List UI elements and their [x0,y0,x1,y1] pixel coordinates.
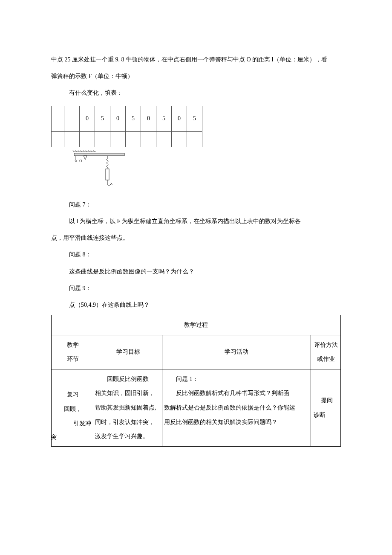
row1-col4: 提问 诊断 [311,369,341,446]
col3-title: 问题 1： [164,372,309,386]
cell: 0 [141,106,156,131]
cell: 0 [172,106,187,131]
header-col1-l2: 环节 [52,352,93,366]
cell [156,131,172,147]
cell: 0 [80,106,95,131]
question-7-title: 问题 7： [51,196,341,213]
cell: 5 [126,106,141,131]
col3-a: 反比例函数解析式有几种书写形式？判断函 [164,386,309,401]
col3-c: 用反比例函数的相关知识解决实际问题吗？ [164,415,309,430]
question-7-line1: 以 l 为横坐标，以 F 为纵坐标建立直角坐标系，在坐标系内描出以上表中的数对为… [51,213,341,230]
row1-col2: 回顾反比例函数 相关知识，固旧引新， 帮助其发掘新知固着点, 同时，引发认知冲突… [94,369,162,446]
row1-col3: 问题 1： 反比例函数解析式有几种书写形式？判断函 数解析式是否是反比例函数的依… [162,369,311,446]
header-col2: 学习目标 [94,335,162,369]
svg-line-1 [72,150,74,152]
cell [187,131,202,147]
svg-marker-11 [84,156,87,160]
cell [80,131,95,147]
col1-b: 回顾， [52,402,93,416]
svg-point-14 [75,160,77,162]
svg-rect-10 [74,153,124,156]
svg-line-6 [85,150,87,152]
table-row [52,131,202,147]
col1-a: 复习 [52,387,93,402]
row1-col1: 复习 回顾， 引发冲 突 [52,369,94,446]
intro-line3: 有什么变化，填表： [51,84,341,101]
table-header-row: 教学 环节 学习目标 学习活动 评价方法 或作业 [52,335,341,369]
col2-d: 同时，引发认知冲突， [95,415,161,430]
table-title-row: 教学过程 [52,315,341,335]
intro-line2: 弹簧秤的示数 F（单位：牛顿） [51,68,341,84]
cell [172,131,187,147]
question-9-text: 点（50,4.9）在这条曲线上吗？ [51,296,341,313]
teaching-process-table: 教学过程 教学 环节 学习目标 学习活动 评价方法 或作业 复习 回顾， 引发冲… [51,315,341,447]
svg-line-5 [83,150,84,152]
header-col4: 评价方法 或作业 [311,335,341,369]
balance-diagram: O [72,149,341,196]
svg-text:O: O [79,159,82,163]
intro-line1: 中点 25 厘米处挂一个重 9. 8 牛顿的物体，在中点右侧用一个弹簧秤与中点 … [51,51,341,68]
cell [126,131,141,147]
header-col4-l1: 评价方法 [312,338,340,352]
question-8-title: 问题 8： [51,246,341,263]
table-title: 教学过程 [52,315,341,335]
header-col1: 教学 环节 [52,335,94,369]
col2-c: 帮助其发掘新知固着点, [95,401,161,415]
col1-c: 引发冲 [52,416,93,431]
svg-line-7 [88,150,89,152]
cell: 5 [156,106,172,131]
header-col1-l1: 教学 [52,338,93,352]
svg-line-8 [90,150,92,152]
table-row: 0 5 0 5 0 5 0 5 [52,106,202,131]
col3-b: 数解析式是否是反比例函数的依据是什么？你能运 [164,401,309,415]
question-8-text: 这条曲线是反比例函数图像的一支吗？为什么？ [51,263,341,280]
cell [52,106,64,131]
cell: 0 [110,106,126,131]
col2-b: 相关知识，固旧引新， [95,386,161,401]
header-col3: 学习活动 [162,335,311,369]
cell [141,131,156,147]
cell [64,106,80,131]
cell [110,131,126,147]
cell [64,131,80,147]
question-7-line2: 点，用平滑曲线连接这些点。 [51,230,341,246]
svg-rect-16 [106,169,109,180]
col4-l1: 提问 [314,393,340,408]
svg-line-2 [75,150,77,152]
header-col4-l2: 或作业 [312,352,340,366]
cell [52,131,64,147]
cell [95,131,110,147]
col2-e: 激发学生学习兴趣。 [95,429,161,444]
cell: 5 [95,106,110,131]
svg-line-4 [80,150,82,152]
svg-line-9 [93,150,95,152]
cell: 5 [187,106,202,131]
col2-a: 回顾反比例函数 [95,372,161,386]
svg-line-3 [78,150,79,152]
table-row: 复习 回顾， 引发冲 突 回顾反比例函数 相关知识，固旧引新， 帮助其发掘新知固… [52,369,341,446]
data-table: 0 5 0 5 0 5 0 5 [51,106,202,147]
col1-d: 突 [51,430,57,445]
question-9-title: 问题 9： [51,280,341,296]
col4-l2: 诊断 [314,408,340,422]
